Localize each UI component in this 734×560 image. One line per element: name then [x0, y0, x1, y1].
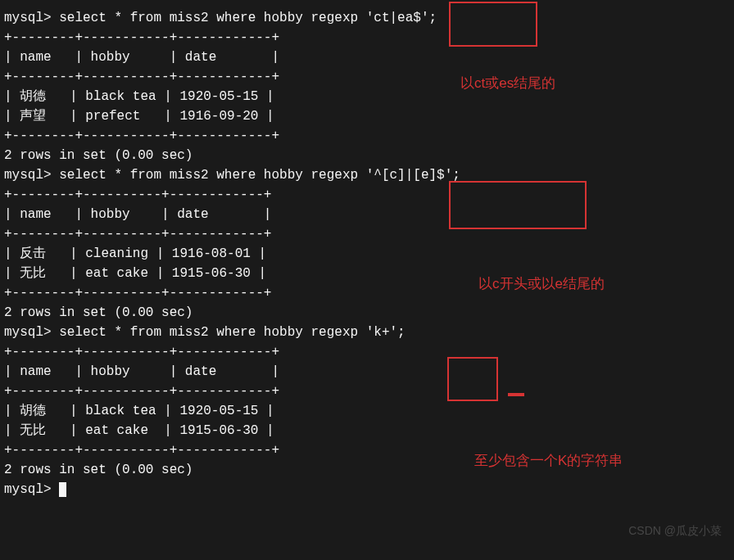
table-border: +--------+-----------+------------+	[4, 67, 734, 87]
table-border: +--------+-----------+------------+	[4, 382, 734, 401]
red-cursor-mark	[508, 393, 524, 396]
table-border: +--------+----------+------------+	[4, 283, 734, 303]
table-row: | 无比 | eat cake | 1915-06-30 |	[4, 264, 734, 283]
sql-command-line[interactable]: mysql> select * from miss2 where hobby r…	[4, 165, 734, 185]
explanation-annotation: 至少包含一个K的字符串	[474, 450, 623, 472]
table-row: | 胡德 | black tea | 1920-05-15 |	[4, 87, 734, 106]
table-row: | 胡德 | black tea | 1920-05-15 |	[4, 401, 734, 421]
mysql-prompt: mysql>	[4, 325, 59, 340]
regexp-highlight-box	[447, 357, 498, 401]
sql-statement: select * from miss2 where hobby regexp	[59, 11, 365, 25]
sql-statement: select * from miss2 where hobby regexp	[59, 325, 365, 340]
mysql-prompt: mysql>	[4, 11, 59, 25]
watermark-text: CSDN @瓜皮小菜	[628, 522, 722, 540]
explanation-annotation: 以c开头或以e结尾的	[478, 273, 605, 295]
sql-command-line[interactable]: mysql> select * from miss2 where hobby r…	[4, 8, 734, 28]
table-header: | name | hobby | date |	[4, 362, 734, 382]
terminal-output: mysql> select * from miss2 where hobby r…	[4, 8, 734, 499]
regexp-highlight-box	[449, 2, 537, 47]
regexp-expression: 'ct|ea$';	[366, 11, 437, 25]
table-header: | name | hobby | date |	[4, 205, 734, 224]
result-footer: 2 rows in set (0.00 sec)	[4, 460, 734, 480]
table-row: | 声望 | prefect | 1916-09-20 |	[4, 106, 734, 126]
regexp-expression: '^[c]|[e]$';	[366, 168, 460, 183]
result-footer: 2 rows in set (0.00 sec)	[4, 303, 734, 323]
mysql-prompt: mysql>	[4, 482, 59, 497]
explanation-annotation: 以ct或es结尾的	[460, 73, 555, 94]
sql-command-line[interactable]: mysql> select * from miss2 where hobby r…	[4, 323, 734, 342]
table-border: +--------+----------+------------+	[4, 185, 734, 205]
table-border: +--------+-----------+------------+	[4, 28, 734, 47]
mysql-prompt: mysql>	[4, 168, 59, 183]
table-row: | 反击 | cleaning | 1916-08-01 |	[4, 244, 734, 264]
table-header: | name | hobby | date |	[4, 47, 734, 67]
regexp-expression: 'k+';	[366, 325, 406, 340]
cursor-icon	[59, 482, 66, 497]
mysql-prompt-line[interactable]: mysql>	[4, 480, 734, 499]
table-border: +--------+----------+------------+	[4, 224, 734, 244]
table-border: +--------+-----------+------------+	[4, 342, 734, 362]
sql-statement: select * from miss2 where hobby regexp	[59, 168, 365, 183]
table-border: +--------+-----------+------------+	[4, 440, 734, 460]
result-footer: 2 rows in set (0.00 sec)	[4, 146, 734, 165]
regexp-highlight-box	[449, 181, 587, 229]
table-border: +--------+-----------+------------+	[4, 126, 734, 146]
table-row: | 无比 | eat cake | 1915-06-30 |	[4, 421, 734, 440]
